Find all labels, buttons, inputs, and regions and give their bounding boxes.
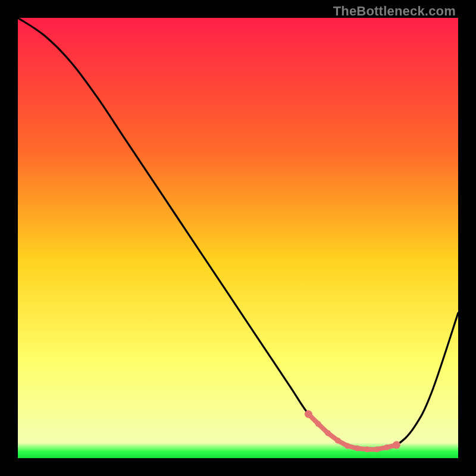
optimal-range-marker bbox=[393, 441, 400, 449]
optimal-range-marker bbox=[345, 443, 350, 449]
optimal-range-marker bbox=[335, 437, 341, 443]
bottleneck-chart bbox=[18, 18, 458, 458]
optimal-range-marker bbox=[305, 411, 312, 418]
optimal-range-marker bbox=[325, 430, 331, 436]
optimal-range-marker bbox=[355, 446, 361, 452]
watermark-text: TheBottleneck.com bbox=[333, 4, 456, 19]
gradient-background bbox=[18, 18, 458, 458]
optimal-range-marker bbox=[315, 421, 321, 427]
optimal-range-marker bbox=[374, 446, 380, 452]
optimal-range-marker bbox=[364, 446, 370, 452]
optimal-range-marker bbox=[384, 444, 390, 450]
chart-frame bbox=[18, 18, 458, 458]
